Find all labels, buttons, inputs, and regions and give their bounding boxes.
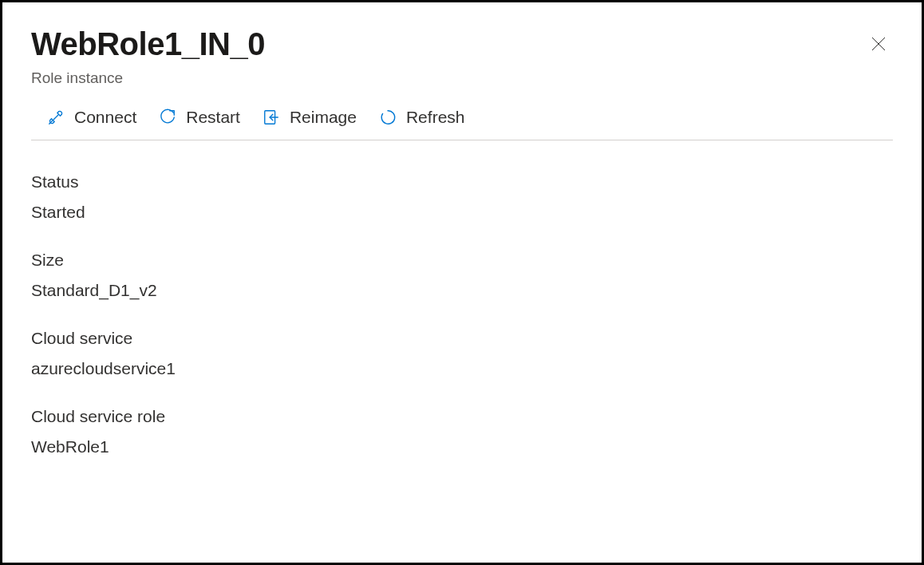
size-label: Size: [31, 251, 893, 270]
reimage-label: Reimage: [290, 108, 357, 127]
toolbar: Connect Restart Reimage Refresh: [31, 108, 893, 140]
refresh-icon: [379, 109, 397, 126]
cloud-service-value: azurecloudservice1: [31, 359, 893, 378]
header: WebRole1_IN_0 Role instance: [31, 25, 893, 87]
refresh-label: Refresh: [406, 108, 465, 127]
connect-button[interactable]: Connect: [47, 108, 136, 127]
connect-label: Connect: [74, 108, 136, 127]
refresh-button[interactable]: Refresh: [379, 108, 465, 127]
restart-label: Restart: [186, 108, 240, 127]
restart-button[interactable]: Restart: [159, 108, 240, 127]
page-subtitle: Role instance: [31, 69, 265, 87]
cloud-service-role-value: WebRole1: [31, 437, 893, 456]
property-cloud-service-role: Cloud service role WebRole1: [31, 407, 893, 456]
restart-icon: [159, 109, 176, 126]
connect-icon: [47, 109, 65, 126]
property-size: Size Standard_D1_v2: [31, 251, 893, 300]
title-block: WebRole1_IN_0 Role instance: [31, 25, 265, 87]
properties: Status Started Size Standard_D1_v2 Cloud…: [31, 172, 893, 456]
status-label: Status: [31, 172, 893, 192]
page-title: WebRole1_IN_0: [31, 25, 265, 63]
cloud-service-label: Cloud service: [31, 329, 893, 348]
reimage-button[interactable]: Reimage: [263, 108, 357, 127]
close-button[interactable]: [867, 34, 890, 57]
status-value: Started: [31, 203, 893, 222]
close-icon: [870, 35, 887, 56]
size-value: Standard_D1_v2: [31, 281, 893, 300]
property-cloud-service: Cloud service azurecloudservice1: [31, 329, 893, 378]
reimage-icon: [263, 109, 280, 126]
cloud-service-role-label: Cloud service role: [31, 407, 893, 426]
property-status: Status Started: [31, 172, 893, 222]
